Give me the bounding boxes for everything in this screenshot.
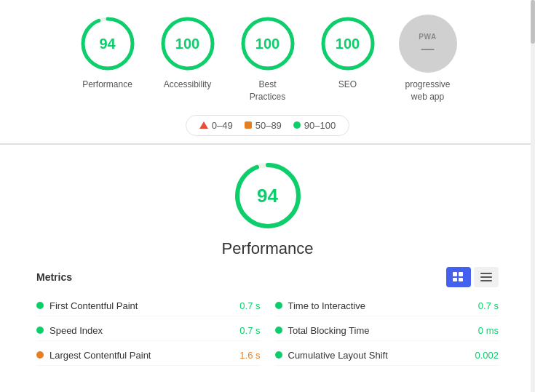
svg-rect-15 (480, 276, 492, 278)
svg-rect-10 (453, 272, 457, 276)
metric-dot-green (275, 302, 282, 309)
scores-section: 94 Performance 100 Accessibility (0, 0, 535, 144)
metric-dot-green (36, 302, 44, 309)
score-circle-seo: 100 (319, 15, 377, 73)
metrics-title: Metrics (36, 271, 72, 283)
metric-dot-green (275, 327, 282, 334)
metrics-grid: First Contentful Paint 0.7 s Time to Int… (36, 296, 499, 366)
score-value-accessibility: 100 (175, 36, 199, 52)
toggle-list-btn[interactable] (474, 267, 499, 287)
metric-largest-contentful-paint: Largest Contentful Paint 1.6 s (36, 345, 261, 366)
pwa-dash: — (421, 42, 435, 55)
metric-left: Largest Contentful Paint (36, 350, 151, 361)
toggle-grid-btn[interactable] (446, 267, 471, 287)
metric-time-to-interactive: Time to Interactive 0.7 s (275, 296, 499, 316)
score-value-best-practices: 100 (255, 36, 280, 52)
score-accessibility: 100 Accessibility (159, 15, 217, 91)
metric-cumulative-layout-shift: Cumulative Layout Shift 0.002 (275, 345, 499, 366)
legend-label-red: 0–49 (212, 120, 233, 131)
perf-score-value: 94 (257, 184, 278, 207)
score-value-seo: 100 (336, 36, 360, 52)
metric-value-cls: 0.002 (475, 350, 499, 361)
metric-name-tbt: Total Blocking Time (288, 325, 370, 336)
metrics-header: Metrics (36, 267, 499, 287)
score-label-best-practices: BestPractices (250, 79, 285, 103)
metric-speed-index: Speed Index 0.7 s (36, 321, 261, 341)
circle-icon (293, 121, 301, 129)
metric-left: Time to Interactive (275, 300, 365, 311)
metric-left: Total Blocking Time (275, 325, 370, 336)
pwa-circle: PWA — (399, 15, 457, 73)
scrollbar-thumb[interactable] (531, 0, 535, 44)
score-label-performance: Performance (82, 79, 132, 91)
square-icon (245, 121, 252, 129)
score-circle-performance: 94 (79, 15, 137, 73)
svg-rect-16 (480, 280, 492, 281)
metric-value-si: 0.7 s (239, 325, 260, 336)
score-circle-best-practices: 100 (239, 15, 297, 73)
score-value-performance: 94 (99, 36, 115, 52)
metric-value-tti: 0.7 s (478, 300, 499, 311)
legend-item-red: 0–49 (199, 120, 233, 131)
triangle-icon (199, 121, 208, 129)
grid-icon (453, 272, 464, 282)
metric-value-fcp: 0.7 s (239, 300, 260, 311)
score-best-practices: 100 BestPractices (239, 15, 297, 103)
svg-rect-12 (453, 278, 457, 281)
metric-left: Cumulative Layout Shift (275, 350, 388, 361)
legend: 0–49 50–89 90–100 (186, 115, 349, 136)
metric-name-si: Speed Index (49, 325, 103, 336)
score-seo: 100 SEO (319, 15, 377, 91)
svg-rect-14 (480, 273, 492, 274)
list-icon (480, 272, 492, 282)
score-label-pwa: progressiveweb app (405, 79, 450, 103)
score-circle-accessibility: 100 (159, 15, 217, 73)
metric-dot-orange (36, 351, 44, 359)
view-toggle[interactable] (446, 267, 499, 287)
svg-rect-11 (459, 272, 463, 276)
metric-value-tbt: 0 ms (478, 325, 499, 336)
metric-name-lcp: Largest Contentful Paint (49, 350, 151, 361)
score-label-accessibility: Accessibility (164, 79, 211, 91)
metric-value-lcp: 1.6 s (239, 350, 260, 361)
metric-name-tti: Time to Interactive (288, 300, 365, 311)
legend-label-green: 90–100 (304, 120, 336, 131)
svg-rect-13 (459, 278, 463, 281)
perf-title: Performance (222, 239, 314, 258)
scores-row: 94 Performance 100 Accessibility (79, 15, 457, 103)
metric-dot-green (275, 351, 282, 359)
metric-dot-green (36, 327, 44, 334)
performance-section: 94 Performance Metrics (0, 145, 535, 373)
metric-left: Speed Index (36, 325, 103, 336)
metric-left: First Contentful Paint (36, 300, 138, 311)
metric-name-fcp: First Contentful Paint (49, 300, 138, 311)
score-pwa: PWA — progressiveweb app (399, 15, 457, 103)
legend-label-orange: 50–89 (255, 120, 282, 131)
metric-name-cls: Cumulative Layout Shift (288, 350, 388, 361)
pwa-label: PWA (419, 33, 436, 41)
scrollbar[interactable] (531, 0, 535, 392)
perf-circle: 94 (231, 159, 304, 232)
legend-item-green: 90–100 (293, 120, 336, 131)
metrics-section: Metrics (22, 267, 513, 366)
metric-total-blocking-time: Total Blocking Time 0 ms (275, 321, 499, 341)
score-performance: 94 Performance (79, 15, 137, 91)
metric-first-contentful-paint: First Contentful Paint 0.7 s (36, 296, 261, 316)
legend-item-orange: 50–89 (245, 120, 282, 131)
score-label-seo: SEO (338, 79, 357, 91)
